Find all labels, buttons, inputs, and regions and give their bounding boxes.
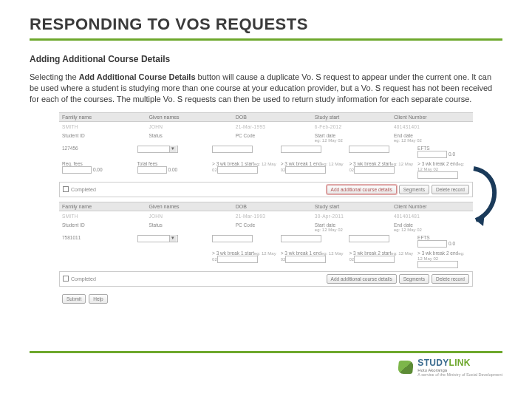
start-date-input[interactable] <box>281 235 321 242</box>
break1-start-input[interactable] <box>217 166 258 174</box>
brand-name-b: LINK <box>449 358 471 368</box>
col-client-no: Client Number <box>394 115 470 120</box>
start-date-input[interactable] <box>281 146 321 153</box>
val-client-no: 401431401 <box>394 123 470 130</box>
break1-end-input[interactable] <box>285 166 326 174</box>
val-efts: 0.0 <box>449 151 455 156</box>
lbl-b1s: > 3 wk break 1 start <box>212 161 254 166</box>
status-select[interactable] <box>137 235 178 242</box>
lbl-b2e: > 3 wk break 2 end <box>417 250 458 256</box>
lbl-efts: EFTS <box>417 146 430 151</box>
segments-button[interactable]: Segments <box>399 274 429 284</box>
break1-start-input[interactable] <box>217 256 258 263</box>
lbl-efts: EFTS <box>417 235 430 240</box>
lbl-b2s: > 3 wk break 2 start <box>349 161 391 166</box>
lbl-b2e: > 3 wk break 2 end <box>417 161 458 166</box>
lbl-student-id: Student ID <box>62 222 85 228</box>
record-block: Family name Given names DOB Study start … <box>59 202 473 287</box>
lbl-b2s: > 3 wk break 2 start <box>349 250 391 256</box>
val-student-id: 127456 <box>62 146 78 151</box>
studylink-logo-icon <box>398 361 414 374</box>
val-dob: 21-Mar-1993 <box>236 123 312 130</box>
studylink-brand: STUDYLINK Hoto Akoranga A service of the… <box>398 358 502 377</box>
val-req-fees: 0.00 <box>93 166 103 171</box>
delete-record-button[interactable]: Delete record <box>432 185 469 194</box>
lbl-completed: Completed <box>71 187 96 192</box>
val-study-start: 30-Apr-2011 <box>315 213 391 219</box>
col-given: Given names <box>149 115 232 120</box>
section-heading: Adding Additional Course Details <box>30 54 502 64</box>
lbl-end-date: End date <box>394 222 413 228</box>
lbl-start-date: Start date <box>315 222 335 228</box>
help-button[interactable]: Help <box>89 294 107 304</box>
add-additional-course-button[interactable]: Add additional course details <box>327 185 397 194</box>
vos-form-screenshot: Family name Given names DOB Study start … <box>59 112 473 307</box>
val-client-no: 401401481 <box>394 213 470 219</box>
segments-button[interactable]: Segments <box>399 185 429 194</box>
end-date-input[interactable] <box>349 235 389 242</box>
hint-start: eg: 12 May 02 <box>315 138 391 143</box>
lbl-total-fees: Total fees <box>137 161 158 166</box>
lbl-completed: Completed <box>71 276 96 282</box>
completed-checkbox[interactable] <box>63 276 69 282</box>
lbl-end-date: End date <box>394 133 413 138</box>
val-given: JOHN <box>149 123 232 130</box>
efts-input[interactable] <box>417 240 447 248</box>
break2-end-input[interactable] <box>417 171 458 179</box>
val-total-fees: 0.00 <box>168 166 177 171</box>
col-dob: DOB <box>236 204 312 209</box>
val-study-start: 6-Feb-2012 <box>315 123 391 130</box>
lbl-b1e: > 3 wk break 1 end <box>281 161 321 166</box>
col-study-start: Study start <box>315 115 391 120</box>
end-date-input[interactable] <box>349 146 389 153</box>
lbl-pc-code: PC Code <box>236 222 255 228</box>
lbl-status: Status <box>149 222 162 228</box>
col-client-no: Client Number <box>394 204 470 209</box>
brand-name-a: STUDY <box>417 358 449 368</box>
pc-code-input[interactable] <box>212 235 253 242</box>
efts-input[interactable] <box>417 151 447 158</box>
body-paragraph: Selecting the Add Additional Course Deta… <box>30 72 502 105</box>
lbl-student-id: Student ID <box>62 133 85 138</box>
record-block: Family name Given names DOB Study start … <box>59 112 473 197</box>
body-bold: Add Additional Course Details <box>79 72 196 81</box>
val-family: SMITH <box>62 213 146 219</box>
lbl-start-date: Start date <box>315 133 335 138</box>
val-efts: 0.0 <box>449 240 455 245</box>
val-given: JOHN <box>149 213 232 219</box>
val-student-id: 7581011 <box>62 235 81 240</box>
col-family: Family name <box>62 115 146 120</box>
break2-end-input[interactable] <box>417 261 458 268</box>
col-given: Given names <box>149 204 232 209</box>
hint-end: eg: 12 May 02 <box>394 138 470 143</box>
body-pre: Selecting the <box>30 72 79 81</box>
break1-end-input[interactable] <box>285 256 326 263</box>
req-fees-input[interactable] <box>62 166 92 174</box>
brand-tagline: A service of the Ministry of Social Deve… <box>417 372 502 377</box>
lbl-b1e: > 3 wk break 1 end <box>281 250 321 256</box>
col-family: Family name <box>62 204 146 209</box>
completed-checkbox[interactable] <box>63 186 69 192</box>
lbl-pc-code: PC Code <box>236 133 255 138</box>
break2-start-input[interactable] <box>354 256 395 263</box>
hint-end: eg: 12 May 02 <box>394 228 470 232</box>
lbl-req-fees: Req. fees <box>62 161 83 166</box>
slide-footer: STUDYLINK Hoto Akoranga A service of the… <box>30 351 502 377</box>
col-study-start: Study start <box>315 204 391 209</box>
svg-marker-0 <box>476 213 485 226</box>
pc-code-input[interactable] <box>212 146 253 153</box>
page-title: RESPONDING TO VOS REQUESTS <box>30 15 502 41</box>
submit-button[interactable]: Submit <box>62 294 86 304</box>
delete-record-button[interactable]: Delete record <box>432 274 469 284</box>
total-fees-input[interactable] <box>137 166 167 174</box>
lbl-status: Status <box>149 133 162 138</box>
status-select[interactable] <box>137 146 178 153</box>
val-family: SMITH <box>62 123 146 130</box>
col-dob: DOB <box>236 115 312 120</box>
val-dob: 21-Mar-1993 <box>236 213 312 219</box>
hint-start: eg: 12 May 02 <box>315 228 391 232</box>
add-additional-course-button[interactable]: Add additional course details <box>327 274 397 284</box>
lbl-b1s: > 3 wk break 1 start <box>212 250 254 256</box>
break2-start-input[interactable] <box>354 166 395 174</box>
